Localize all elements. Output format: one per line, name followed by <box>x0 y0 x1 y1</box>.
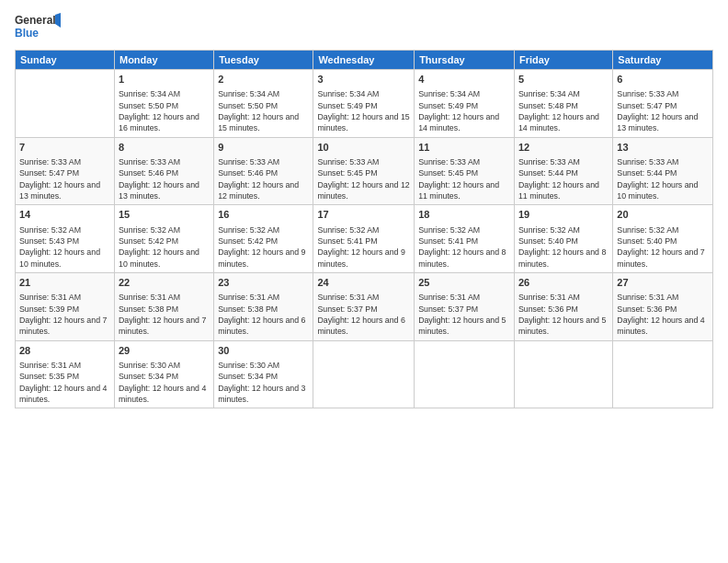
cell-content: Sunrise: 5:31 AMSunset: 5:35 PMDaylight:… <box>19 360 110 405</box>
cell-content: Sunrise: 5:32 AMSunset: 5:40 PMDaylight:… <box>617 224 709 270</box>
cell-content: Sunrise: 5:31 AMSunset: 5:38 PMDaylight:… <box>119 292 210 337</box>
cell-content: Sunrise: 5:31 AMSunset: 5:36 PMDaylight:… <box>518 292 609 337</box>
calendar-table: SundayMondayTuesdayWednesdayThursdayFrid… <box>15 50 713 408</box>
calendar-cell: 15Sunrise: 5:32 AMSunset: 5:42 PMDayligh… <box>114 205 213 273</box>
calendar-week-row: 14Sunrise: 5:32 AMSunset: 5:43 PMDayligh… <box>16 205 713 273</box>
calendar-cell: 30Sunrise: 5:30 AMSunset: 5:34 PMDayligh… <box>214 340 313 408</box>
calendar-cell: 24Sunrise: 5:31 AMSunset: 5:37 PMDayligh… <box>313 272 415 340</box>
header-row: SundayMondayTuesdayWednesdayThursdayFrid… <box>16 51 713 70</box>
header: General Blue <box>15 11 713 44</box>
calendar-cell: 14Sunrise: 5:32 AMSunset: 5:43 PMDayligh… <box>16 205 115 273</box>
day-number: 8 <box>119 141 210 155</box>
cell-content: Sunrise: 5:32 AMSunset: 5:41 PMDaylight:… <box>317 224 410 270</box>
cell-content: Sunrise: 5:31 AMSunset: 5:38 PMDaylight:… <box>218 292 309 337</box>
calendar-cell: 2Sunrise: 5:34 AMSunset: 5:50 PMDaylight… <box>214 70 313 138</box>
day-header: Tuesday <box>214 51 313 70</box>
calendar-cell: 23Sunrise: 5:31 AMSunset: 5:38 PMDayligh… <box>214 272 313 340</box>
calendar-cell: 26Sunrise: 5:31 AMSunset: 5:36 PMDayligh… <box>514 272 612 340</box>
day-number: 21 <box>19 276 110 290</box>
day-number: 17 <box>317 208 410 222</box>
day-number: 13 <box>617 141 709 155</box>
calendar-cell: 4Sunrise: 5:34 AMSunset: 5:49 PMDaylight… <box>415 70 515 138</box>
cell-content: Sunrise: 5:34 AMSunset: 5:49 PMDaylight:… <box>418 88 510 133</box>
svg-marker-2 <box>55 13 61 28</box>
cell-content: Sunrise: 5:32 AMSunset: 5:42 PMDaylight:… <box>218 224 309 270</box>
calendar-cell: 17Sunrise: 5:32 AMSunset: 5:41 PMDayligh… <box>313 205 415 273</box>
page: General Blue SundayMondayTuesdayWednesda… <box>0 0 728 563</box>
day-number: 3 <box>317 73 410 86</box>
calendar-cell: 29Sunrise: 5:30 AMSunset: 5:34 PMDayligh… <box>114 340 213 408</box>
day-number: 10 <box>317 141 410 155</box>
cell-content: Sunrise: 5:33 AMSunset: 5:45 PMDaylight:… <box>317 156 410 201</box>
cell-content: Sunrise: 5:33 AMSunset: 5:46 PMDaylight:… <box>218 156 309 201</box>
calendar-cell: 10Sunrise: 5:33 AMSunset: 5:45 PMDayligh… <box>313 137 415 205</box>
calendar-cell: 16Sunrise: 5:32 AMSunset: 5:42 PMDayligh… <box>214 205 313 273</box>
calendar-cell: 1Sunrise: 5:34 AMSunset: 5:50 PMDaylight… <box>114 70 213 138</box>
cell-content: Sunrise: 5:33 AMSunset: 5:47 PMDaylight:… <box>617 88 709 133</box>
calendar-cell: 6Sunrise: 5:33 AMSunset: 5:47 PMDaylight… <box>613 70 713 138</box>
day-number: 27 <box>617 276 709 290</box>
calendar-cell: 27Sunrise: 5:31 AMSunset: 5:36 PMDayligh… <box>613 272 713 340</box>
calendar-cell: 5Sunrise: 5:34 AMSunset: 5:48 PMDaylight… <box>514 70 612 138</box>
calendar-cell: 12Sunrise: 5:33 AMSunset: 5:44 PMDayligh… <box>514 137 612 205</box>
day-number: 6 <box>617 73 709 86</box>
day-number: 19 <box>518 208 609 222</box>
cell-content: Sunrise: 5:31 AMSunset: 5:39 PMDaylight:… <box>19 292 110 337</box>
calendar-cell: 7Sunrise: 5:33 AMSunset: 5:47 PMDaylight… <box>16 137 115 205</box>
day-number: 16 <box>218 208 309 222</box>
day-number: 5 <box>518 73 609 86</box>
day-number: 20 <box>617 208 709 222</box>
calendar-cell <box>313 340 415 408</box>
calendar-cell: 8Sunrise: 5:33 AMSunset: 5:46 PMDaylight… <box>114 137 213 205</box>
calendar-week-row: 1Sunrise: 5:34 AMSunset: 5:50 PMDaylight… <box>16 70 713 138</box>
cell-content: Sunrise: 5:32 AMSunset: 5:40 PMDaylight:… <box>518 224 609 270</box>
cell-content: Sunrise: 5:31 AMSunset: 5:36 PMDaylight:… <box>617 292 709 337</box>
day-number: 9 <box>218 141 309 155</box>
day-number: 2 <box>218 73 309 86</box>
calendar-cell: 22Sunrise: 5:31 AMSunset: 5:38 PMDayligh… <box>114 272 213 340</box>
day-number: 12 <box>518 141 609 155</box>
day-number: 30 <box>218 344 309 358</box>
calendar-cell: 19Sunrise: 5:32 AMSunset: 5:40 PMDayligh… <box>514 205 612 273</box>
calendar-week-row: 21Sunrise: 5:31 AMSunset: 5:39 PMDayligh… <box>16 272 713 340</box>
cell-content: Sunrise: 5:33 AMSunset: 5:45 PMDaylight:… <box>418 156 510 201</box>
day-header: Monday <box>114 51 213 70</box>
day-number: 11 <box>418 141 510 155</box>
calendar-cell: 20Sunrise: 5:32 AMSunset: 5:40 PMDayligh… <box>613 205 713 273</box>
day-header: Sunday <box>16 51 115 70</box>
cell-content: Sunrise: 5:34 AMSunset: 5:50 PMDaylight:… <box>119 88 210 133</box>
logo: General Blue <box>15 11 61 44</box>
day-number: 4 <box>418 73 510 86</box>
svg-text:General: General <box>15 14 56 27</box>
logo-svg: General Blue <box>15 11 61 44</box>
calendar-cell: 18Sunrise: 5:32 AMSunset: 5:41 PMDayligh… <box>415 205 515 273</box>
day-header: Friday <box>514 51 612 70</box>
calendar-cell: 13Sunrise: 5:33 AMSunset: 5:44 PMDayligh… <box>613 137 713 205</box>
day-number: 14 <box>19 208 110 222</box>
day-header: Thursday <box>415 51 515 70</box>
cell-content: Sunrise: 5:32 AMSunset: 5:41 PMDaylight:… <box>418 224 510 270</box>
cell-content: Sunrise: 5:31 AMSunset: 5:37 PMDaylight:… <box>418 292 510 337</box>
svg-text:Blue: Blue <box>15 27 39 40</box>
day-number: 23 <box>218 276 309 290</box>
cell-content: Sunrise: 5:32 AMSunset: 5:43 PMDaylight:… <box>19 224 110 270</box>
calendar-cell <box>613 340 713 408</box>
calendar-cell <box>514 340 612 408</box>
day-number: 28 <box>19 344 110 358</box>
day-number: 22 <box>119 276 210 290</box>
cell-content: Sunrise: 5:33 AMSunset: 5:44 PMDaylight:… <box>617 156 709 201</box>
cell-content: Sunrise: 5:34 AMSunset: 5:48 PMDaylight:… <box>518 88 609 133</box>
calendar-cell: 11Sunrise: 5:33 AMSunset: 5:45 PMDayligh… <box>415 137 515 205</box>
day-number: 18 <box>418 208 510 222</box>
day-number: 1 <box>119 73 210 86</box>
calendar-cell: 9Sunrise: 5:33 AMSunset: 5:46 PMDaylight… <box>214 137 313 205</box>
day-header: Wednesday <box>313 51 415 70</box>
calendar-cell: 3Sunrise: 5:34 AMSunset: 5:49 PMDaylight… <box>313 70 415 138</box>
cell-content: Sunrise: 5:33 AMSunset: 5:46 PMDaylight:… <box>119 156 210 201</box>
cell-content: Sunrise: 5:33 AMSunset: 5:44 PMDaylight:… <box>518 156 609 201</box>
day-number: 7 <box>19 141 110 155</box>
day-number: 25 <box>418 276 510 290</box>
day-number: 15 <box>119 208 210 222</box>
day-number: 29 <box>119 344 210 358</box>
calendar-cell <box>16 70 115 138</box>
